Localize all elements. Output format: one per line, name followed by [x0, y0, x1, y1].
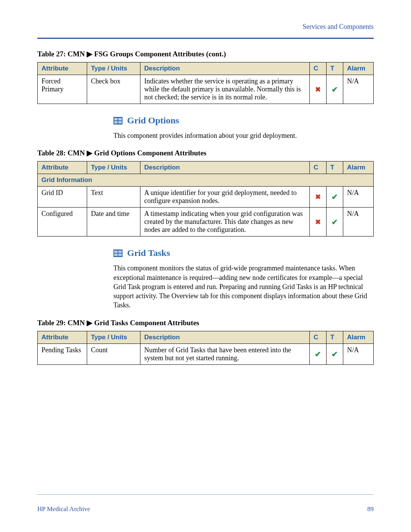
- svg-rect-6: [114, 251, 118, 253]
- svg-rect-7: [118, 251, 122, 253]
- th-type: Type / Units: [87, 331, 140, 343]
- grid-options-intro: This component provides information abou…: [113, 131, 374, 140]
- table-row: Pending Tasks Count Number of Grid Tasks…: [38, 343, 374, 364]
- cell-t: ✔: [327, 208, 343, 236]
- table28-caption: Table 28: CMN ▶ Grid Options Component A…: [37, 149, 374, 157]
- cell-attribute: Forced Primary: [38, 75, 87, 104]
- cell-c: ✔: [310, 343, 327, 364]
- table28: Attribute Type / Units Description C T A…: [37, 161, 374, 236]
- top-rule: [37, 38, 374, 39]
- th-type: Type / Units: [87, 161, 140, 174]
- check-icon: ✔: [315, 350, 321, 358]
- table-header-row: Attribute Type / Units Description C T A…: [38, 62, 374, 75]
- grid-tasks-heading: Grid Tasks: [113, 248, 374, 258]
- th-t: T: [327, 161, 343, 174]
- svg-rect-1: [114, 118, 118, 120]
- footer-left: HP Medical Archive: [37, 505, 90, 513]
- th-type: Type / Units: [87, 62, 140, 75]
- table-row: Configured Date and time A timestamp ind…: [38, 208, 374, 236]
- cell-description: Indicates whether the service is operati…: [140, 75, 310, 104]
- cell-attribute: Pending Tasks: [38, 343, 87, 364]
- section-label: Grid Information: [38, 174, 374, 187]
- cross-icon: ✖: [315, 193, 321, 201]
- cell-type: Date and time: [87, 208, 140, 236]
- cell-attribute: Configured: [38, 208, 87, 236]
- th-alarm: Alarm: [343, 161, 374, 174]
- svg-rect-2: [118, 118, 122, 120]
- th-c: C: [310, 161, 327, 174]
- th-c: C: [310, 62, 327, 75]
- grid-icon: [113, 117, 123, 125]
- table-section-row: Grid Information: [38, 174, 374, 187]
- svg-rect-9: [118, 254, 122, 256]
- check-icon: ✔: [331, 218, 338, 226]
- table-row: Forced Primary Check box Indicates wheth…: [38, 75, 374, 104]
- th-t: T: [327, 331, 343, 343]
- table29-caption: Table 29: CMN ▶ Grid Tasks Component Att…: [37, 318, 374, 327]
- th-t: T: [327, 62, 343, 75]
- grid-options-heading: Grid Options: [113, 115, 374, 126]
- cell-c: ✖: [310, 208, 327, 236]
- th-alarm: Alarm: [343, 331, 374, 343]
- th-attribute: Attribute: [38, 161, 87, 174]
- footer: HP Medical Archive 89: [37, 494, 374, 513]
- table27: Attribute Type / Units Description C T A…: [37, 62, 374, 104]
- grid-options-title: Grid Options: [127, 115, 179, 126]
- th-attribute: Attribute: [38, 331, 87, 343]
- cell-description: Number of Grid Tasks that have been ente…: [140, 343, 310, 364]
- cell-c: ✖: [310, 187, 327, 208]
- check-icon: ✔: [331, 350, 338, 358]
- th-description: Description: [140, 62, 310, 75]
- th-description: Description: [140, 161, 310, 174]
- page-number: 89: [367, 505, 374, 513]
- cell-t: ✔: [327, 75, 343, 104]
- cell-c: ✖: [310, 75, 327, 104]
- cell-alarm: N/A: [343, 187, 374, 208]
- cell-type: Text: [87, 187, 140, 208]
- table27-caption: Table 27: CMN ▶ FSG Groups Component Att…: [37, 50, 374, 58]
- cell-description: A timestamp indicating when your grid co…: [140, 208, 310, 236]
- cell-alarm: N/A: [343, 208, 374, 236]
- table-row: Grid ID Text A unique identifier for you…: [38, 187, 374, 208]
- th-description: Description: [140, 331, 310, 343]
- th-attribute: Attribute: [38, 62, 87, 75]
- cross-icon: ✖: [315, 218, 321, 226]
- bottom-rule: [37, 494, 374, 495]
- cell-t: ✔: [327, 187, 343, 208]
- cell-description: A unique identifier for your grid deploy…: [140, 187, 310, 208]
- grid-tasks-intro: This component monitors the status of gr…: [113, 264, 374, 310]
- table-header-row: Attribute Type / Units Description C T A…: [38, 161, 374, 174]
- cell-alarm: N/A: [343, 75, 374, 104]
- th-alarm: Alarm: [343, 62, 374, 75]
- svg-rect-3: [114, 121, 118, 123]
- cell-attribute: Grid ID: [38, 187, 87, 208]
- th-c: C: [310, 331, 327, 343]
- svg-rect-8: [114, 254, 118, 256]
- cell-type: Count: [87, 343, 140, 364]
- svg-rect-4: [118, 121, 122, 123]
- cross-icon: ✖: [315, 86, 321, 93]
- check-icon: ✔: [331, 193, 338, 201]
- table29: Attribute Type / Units Description C T A…: [37, 331, 374, 365]
- cell-t: ✔: [327, 343, 343, 364]
- table-header-row: Attribute Type / Units Description C T A…: [38, 331, 374, 343]
- grid-tasks-title: Grid Tasks: [127, 248, 170, 258]
- header-link[interactable]: Services and Components: [37, 23, 374, 31]
- check-icon: ✔: [331, 85, 338, 94]
- grid-icon: [113, 249, 123, 257]
- cell-type: Check box: [87, 75, 140, 104]
- cell-alarm: N/A: [343, 343, 374, 364]
